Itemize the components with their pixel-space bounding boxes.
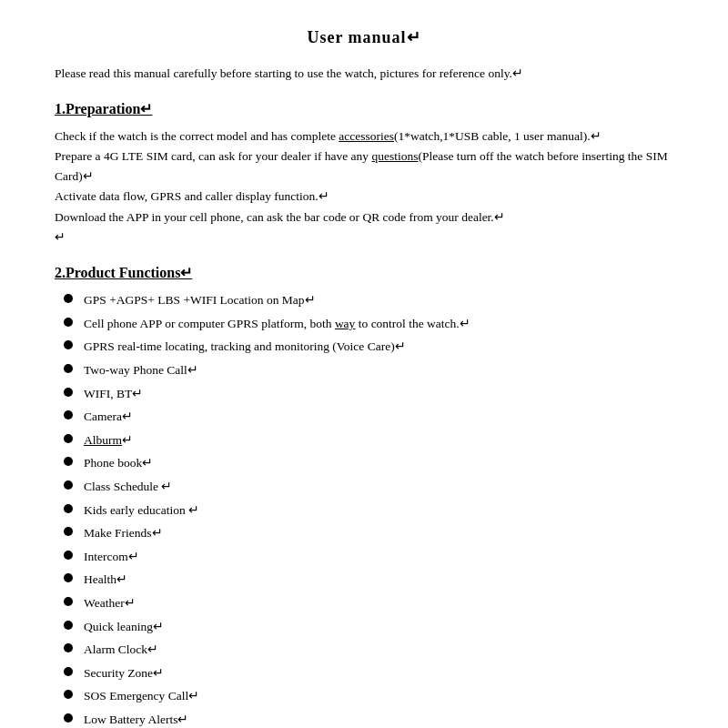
bullet-icon [64, 667, 73, 676]
item-text: Intercom↵ [84, 547, 673, 567]
questions-link: questions [372, 149, 419, 163]
list-item: Security Zone↵ [64, 663, 673, 683]
section1-blank: ↵ [55, 228, 673, 248]
section1-para3: Activate data flow, GPRS and caller disp… [55, 187, 673, 207]
list-item: GPRS real-time locating, tracking and mo… [64, 337, 673, 357]
list-item: GPS +AGPS+ LBS +WIFI Location on Map↵ [64, 290, 673, 310]
item-text: Class Schedule ↵ [84, 477, 673, 497]
list-item: Make Friends↵ [64, 523, 673, 543]
list-item: Low Battery Alerts↵ [64, 710, 673, 728]
list-item: Kids early education ↵ [64, 500, 673, 521]
list-item: Quick leaning↵ [64, 617, 673, 637]
bullet-icon [64, 527, 73, 536]
bullet-icon [64, 551, 73, 560]
item-text: Security Zone↵ [84, 663, 673, 683]
bullet-icon [64, 340, 73, 349]
bullet-icon [64, 643, 73, 652]
bullet-icon [64, 457, 73, 466]
bullet-icon [64, 410, 73, 420]
item-text: SOS Emergency Call↵ [84, 686, 673, 706]
product-functions-list: GPS +AGPS+ LBS +WIFI Location on Map↵ Ce… [55, 290, 673, 728]
item-text: GPRS real-time locating, tracking and mo… [84, 337, 673, 357]
item-text: Low Battery Alerts↵ [84, 710, 673, 728]
section1-para2: Prepare a 4G LTE SIM card, can ask for y… [55, 147, 673, 187]
section1-heading: 1.Preparation↵ [55, 100, 673, 117]
list-item: Cell phone APP or computer GPRS platform… [64, 314, 673, 334]
alburm-link: Alburm [84, 433, 122, 447]
list-item: Health↵ [64, 570, 673, 590]
bullet-icon [64, 318, 73, 327]
list-item: Alburm↵ [64, 430, 673, 450]
item-text: Quick leaning↵ [84, 617, 673, 637]
list-item: Two-way Phone Call↵ [64, 360, 673, 380]
list-item: Intercom↵ [64, 547, 673, 567]
item-text: Two-way Phone Call↵ [84, 360, 673, 380]
item-text: Health↵ [84, 570, 673, 590]
way-link: way [335, 317, 356, 330]
section2-heading: 2.Product Functions↵ [55, 264, 673, 281]
item-text: Camera↵ [84, 407, 673, 427]
bullet-icon [64, 597, 73, 606]
item-text: Kids early education ↵ [84, 500, 673, 521]
list-item: Phone book↵ [64, 453, 673, 473]
bullet-icon [64, 364, 73, 373]
bullet-icon [64, 434, 73, 443]
item-text: Alarm Clock↵ [84, 640, 673, 660]
item-text: Make Friends↵ [84, 523, 673, 543]
bullet-icon [64, 480, 73, 490]
item-text: Phone book↵ [84, 453, 673, 473]
section1-para4: Download the APP in your cell phone, can… [55, 207, 673, 228]
item-text: Cell phone APP or computer GPRS platform… [84, 314, 673, 334]
list-item: WIFI, BT↵ [64, 384, 673, 404]
item-text: Weather↵ [84, 593, 673, 613]
intro-paragraph: Please read this manual carefully before… [55, 64, 673, 84]
item-text: GPS +AGPS+ LBS +WIFI Location on Map↵ [84, 290, 673, 310]
bullet-icon [64, 388, 73, 397]
bullet-icon [64, 621, 73, 630]
list-item: Class Schedule ↵ [64, 477, 673, 497]
bullet-icon [64, 573, 73, 582]
page-title: User manual↵ [55, 27, 673, 47]
list-item: Weather↵ [64, 593, 673, 613]
section1-body: Check if the watch is the correct model … [55, 126, 673, 248]
accessories-link: accessories [339, 129, 394, 143]
item-text: Alburm↵ [84, 430, 673, 450]
section1-para1: Check if the watch is the correct model … [55, 126, 673, 147]
bullet-icon [64, 690, 73, 699]
list-item: SOS Emergency Call↵ [64, 686, 673, 706]
list-item: Alarm Clock↵ [64, 640, 673, 660]
item-text: WIFI, BT↵ [84, 384, 673, 404]
bullet-icon [64, 504, 73, 513]
bullet-icon [64, 713, 73, 723]
bullet-icon [64, 294, 73, 303]
list-item: Camera↵ [64, 407, 673, 427]
